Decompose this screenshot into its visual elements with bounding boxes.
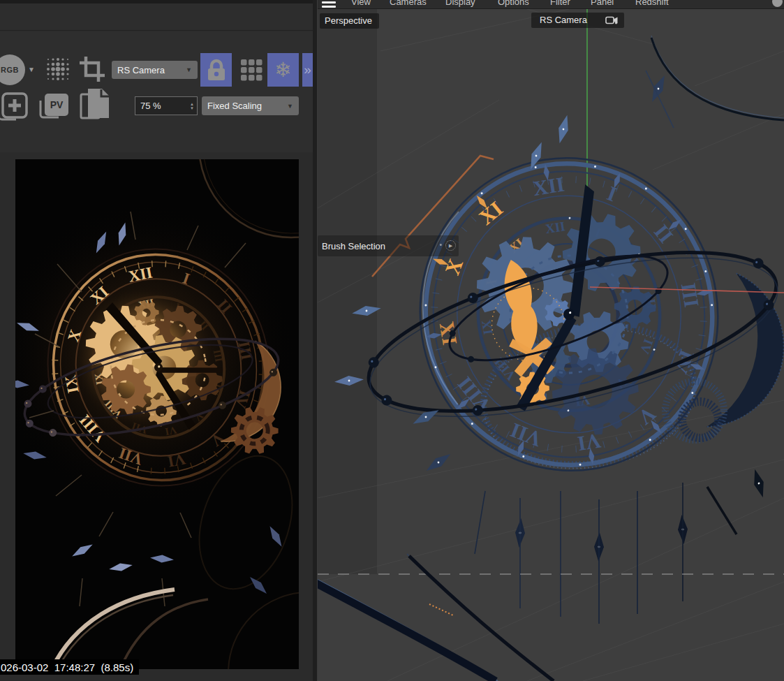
scaling-mode-select[interactable]: Fixed Scaling ▼ <box>202 96 299 115</box>
render-status-bar: 026-03-02 17:48:27 (8.85s) <box>0 659 139 675</box>
viewport-panel: ViewCamerasDisplayOptionsFilterPanelReds… <box>318 0 784 681</box>
chevron-double-right-icon: » <box>304 62 311 78</box>
crop-icon[interactable] <box>77 54 107 84</box>
picture-viewer-button[interactable]: PV <box>36 89 71 123</box>
copy-image-button[interactable] <box>78 87 113 124</box>
tool-play-icon[interactable]: ▶ <box>445 240 456 251</box>
render-view-panel: RGB ▼ RS Camera ▼ <box>0 0 313 681</box>
chevron-down-icon: ▼ <box>186 66 192 73</box>
rendered-image: XIIIIIIIIIVVVIVIIVIIIIXXXIXIIIIIIIIIVVVI… <box>15 159 299 669</box>
lock-view-button[interactable] <box>200 53 232 87</box>
menu-item-display[interactable]: Display <box>445 0 475 8</box>
grid-button[interactable] <box>235 53 267 87</box>
menu-item-cameras[interactable]: Cameras <box>390 0 427 8</box>
viewport-view-label[interactable]: Perspective <box>320 13 379 29</box>
render-timestamp: 026-03-02 17:48:27 (8.85s) <box>1 661 133 673</box>
zoom-percent-value: 75 % <box>140 101 161 111</box>
render-view-toolbar: RGB ▼ RS Camera ▼ <box>0 31 313 152</box>
viewport-scene-artwork: XIIIIIIIIIVVVIVIIVIIIIXXXIXIIIIIIIIIVVVI… <box>318 9 784 681</box>
menu-item-panel[interactable]: Panel <box>591 0 614 8</box>
menu-item-redshift[interactable]: Redshift <box>635 0 669 8</box>
hamburger-menu-icon[interactable] <box>322 1 336 9</box>
render-camera-select[interactable]: RS Camera ▼ <box>112 61 198 79</box>
viewport-camera-label[interactable]: RS Camera <box>531 13 624 28</box>
toolbar-overflow-button[interactable]: » <box>302 53 313 87</box>
dithering-icon[interactable] <box>45 56 71 82</box>
channel-dropdown-caret[interactable]: ▼ <box>28 66 35 73</box>
lock-icon <box>206 59 227 81</box>
grid-icon <box>240 59 262 81</box>
render-view-header <box>0 3 313 31</box>
stepper-down-icon[interactable]: ▼ <box>190 106 194 110</box>
viewport-menubar: ViewCamerasDisplayOptionsFilterPanelReds… <box>318 0 784 9</box>
snowflake-icon: ❄ <box>274 58 291 82</box>
viewport-3d-scene[interactable]: XIIIIIIIIIVVVIVIIVIIIIXXXIXIIIIIIIIIVVVI… <box>318 9 784 681</box>
add-render-button[interactable] <box>0 89 29 123</box>
camera-icon <box>605 15 619 25</box>
zoom-percent-field[interactable]: 75 % ▲ ▼ <box>135 96 198 115</box>
menu-item-filter[interactable]: Filter <box>550 0 570 8</box>
panel-splitter[interactable] <box>313 0 318 681</box>
zoom-stepper[interactable]: ▲ ▼ <box>190 102 194 110</box>
render-clock-artwork: XIIIIIIIIIVVVIVIIVIIIIXXXIXIIIIIIIIIVVVI… <box>15 159 299 669</box>
application-window: RGB ▼ RS Camera ▼ <box>0 0 784 681</box>
chevron-down-icon: ▼ <box>287 103 293 110</box>
freeze-button[interactable]: ❄ <box>267 53 299 87</box>
menubar-utility-icon[interactable] <box>772 0 783 7</box>
menu-item-view[interactable]: View <box>351 0 371 8</box>
scaling-mode-value: Fixed Scaling <box>207 101 262 111</box>
render-camera-select-value: RS Camera <box>117 65 165 75</box>
rgb-channel-button[interactable]: RGB <box>0 54 25 85</box>
menu-item-options[interactable]: Options <box>498 0 529 8</box>
active-tool-label: Brush Selection ▶ <box>318 235 459 256</box>
